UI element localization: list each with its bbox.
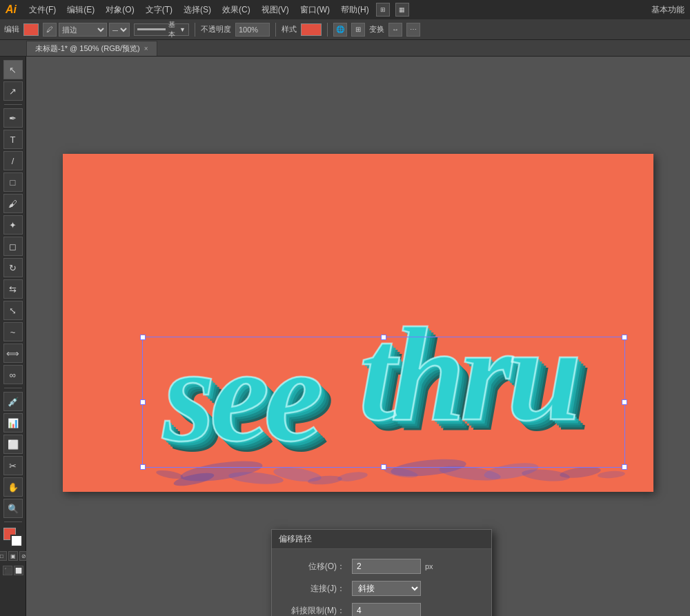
- tool-sep-1: [4, 104, 22, 105]
- svg-text:see: see: [161, 320, 321, 469]
- separator-2: [275, 23, 276, 37]
- app-logo: Ai: [6, 3, 17, 16]
- grid-icon[interactable]: ⊞: [351, 23, 365, 37]
- offset-row: 位移(O)： px: [283, 559, 480, 574]
- opacity-label: 不透明度: [201, 24, 231, 34]
- blend-tool[interactable]: ∞: [3, 365, 23, 384]
- width-tool[interactable]: ⟺: [3, 344, 23, 363]
- dialog-title: 偏移路径: [279, 534, 312, 544]
- canvas-area: see thru see thru see thru see thru see …: [26, 57, 690, 616]
- title-bar: Ai 文件(F) 编辑(E) 对象(O) 文字(T) 选择(S) 效果(C) 视…: [0, 0, 690, 19]
- select-tool[interactable]: ↖: [3, 60, 23, 79]
- miter-row: 斜接限制(M)：: [283, 603, 480, 616]
- brush-tool[interactable]: 🖌: [3, 194, 23, 213]
- miter-label: 斜接限制(M)：: [283, 605, 352, 617]
- globe-icon[interactable]: 🌐: [333, 23, 347, 37]
- slice-tool[interactable]: ✂: [3, 456, 23, 475]
- separator-1: [195, 23, 195, 37]
- document-tab[interactable]: 未标题-1* @ 150% (RGB/预览) ×: [26, 41, 157, 56]
- gradient-mode-btn[interactable]: ▣: [8, 551, 18, 561]
- menu-text[interactable]: 文字(T): [141, 3, 177, 17]
- style-label: 样式: [282, 24, 297, 34]
- screen-btn-1[interactable]: ⬛: [3, 566, 12, 575]
- tool-select[interactable]: 描边: [59, 23, 107, 37]
- stroke-dropdown-icon[interactable]: ▼: [179, 26, 186, 33]
- graph-tool[interactable]: 📊: [3, 413, 23, 433]
- svg-text:thru: thru: [359, 299, 578, 448]
- menu-help[interactable]: 帮助(H): [337, 3, 373, 17]
- color-mode-buttons: □ ▣ ⊘: [0, 550, 29, 562]
- dialog-body: 位移(O)： px 连接(J)： 斜接 圆形 斜角 斜接限制(M)：: [272, 549, 491, 616]
- tab-bar: 未标题-1* @ 150% (RGB/预览) ×: [0, 40, 690, 57]
- stroke-type-label: 基本: [168, 20, 178, 39]
- artboard: see thru see thru see thru see thru see …: [63, 154, 653, 492]
- zoom-tool[interactable]: 🔍: [3, 499, 23, 518]
- menu-view[interactable]: 视图(V): [257, 3, 293, 17]
- line-tool[interactable]: /: [3, 151, 23, 170]
- transform-label: 变换: [369, 24, 384, 34]
- menu-bar: 文件(F) 编辑(E) 对象(O) 文字(T) 选择(S) 效果(C) 视图(V…: [25, 3, 651, 17]
- edit-label: 编辑: [4, 24, 19, 34]
- main-area: ↖ ↗ ✒ T / □ 🖌 ✦ ◻ ↻ ⇆ ⤡ ~ ⟺ ∞ 💉 📊 ⬜ ✂ ✋ …: [0, 57, 690, 616]
- screen-btn-2[interactable]: ⬜: [14, 566, 23, 575]
- dialog-title-bar[interactable]: 偏移路径: [272, 530, 491, 549]
- offset-input[interactable]: [352, 559, 421, 574]
- artboard-tool[interactable]: ⬜: [3, 435, 23, 454]
- hand-tool[interactable]: ✋: [3, 477, 23, 497]
- screen-mode-btn[interactable]: ⊞: [376, 3, 390, 17]
- miter-input[interactable]: [352, 603, 421, 616]
- scale-tool[interactable]: ⤡: [3, 301, 23, 320]
- normal-mode-btn[interactable]: □: [0, 551, 7, 561]
- menu-edit[interactable]: 编辑(E): [63, 3, 99, 17]
- stroke-width-select[interactable]: —: [109, 23, 130, 37]
- tool-sep-2: [4, 388, 22, 388]
- menu-file[interactable]: 文件(F): [25, 3, 60, 17]
- tool-options-icons: 🖊 描边 —: [43, 23, 130, 37]
- more-icon[interactable]: ⋯: [406, 23, 420, 37]
- style-color-swatch[interactable]: [301, 23, 322, 36]
- separator-3: [327, 23, 328, 37]
- eyedropper-tool[interactable]: 💉: [3, 392, 23, 411]
- offset-path-dialog: 偏移路径 位移(O)： px 连接(J)： 斜接 圆形 斜角: [271, 529, 492, 616]
- tab-close-btn[interactable]: ×: [144, 45, 148, 52]
- toolbox: ↖ ↗ ✒ T / □ 🖌 ✦ ◻ ↻ ⇆ ⤡ ~ ⟺ ∞ 💉 📊 ⬜ ✂ ✋ …: [0, 57, 26, 616]
- mirror-tool[interactable]: ⇆: [3, 279, 23, 299]
- pen-tool[interactable]: ✒: [3, 108, 23, 128]
- menu-effect[interactable]: 效果(C): [218, 3, 255, 17]
- rotate-tool[interactable]: ↻: [3, 258, 23, 277]
- offset-unit: px: [425, 562, 433, 570]
- rect-tool[interactable]: □: [3, 172, 23, 192]
- blob-brush-tool[interactable]: ✦: [3, 215, 23, 235]
- join-label: 连接(J)：: [283, 583, 352, 595]
- svg-point-27: [598, 470, 626, 479]
- join-select[interactable]: 斜接 圆形 斜角: [352, 581, 421, 596]
- tab-title: 未标题-1* @ 150% (RGB/预览): [35, 43, 140, 54]
- warp-tool[interactable]: ~: [3, 322, 23, 341]
- eyedropper-icon[interactable]: 🖊: [43, 23, 57, 37]
- direct-select-tool[interactable]: ↗: [3, 81, 23, 101]
- offset-label: 位移(O)：: [283, 561, 352, 573]
- menu-object[interactable]: 对象(O): [101, 3, 138, 17]
- view-options-btn[interactable]: ▦: [395, 3, 409, 17]
- stroke-preview: 基本 ▼: [134, 23, 189, 36]
- stroke-swatch[interactable]: [10, 535, 23, 547]
- svg-point-20: [337, 470, 368, 482]
- opacity-input[interactable]: [235, 23, 270, 37]
- color-area: [3, 528, 23, 547]
- fill-color-swatch[interactable]: [23, 23, 39, 36]
- type-tool[interactable]: T: [3, 130, 23, 149]
- menu-window[interactable]: 窗口(W): [296, 3, 334, 17]
- options-toolbar: 编辑 🖊 描边 — 基本 ▼ 不透明度 样式 🌐 ⊞ 变换 ↔ ⋯: [0, 19, 690, 40]
- workspace-label: 基本功能: [651, 4, 684, 16]
- tool-sep-3: [4, 521, 22, 522]
- screen-mode-buttons: ⬛ ⬜: [3, 565, 23, 576]
- artwork-svg: see thru see thru see thru see thru see …: [63, 154, 653, 492]
- join-row: 连接(J)： 斜接 圆形 斜角: [283, 581, 480, 596]
- artwork: see thru see thru see thru see thru see …: [63, 154, 653, 492]
- menu-select[interactable]: 选择(S): [179, 3, 215, 17]
- transform-icon[interactable]: ↔: [388, 23, 402, 37]
- eraser-tool[interactable]: ◻: [3, 237, 23, 256]
